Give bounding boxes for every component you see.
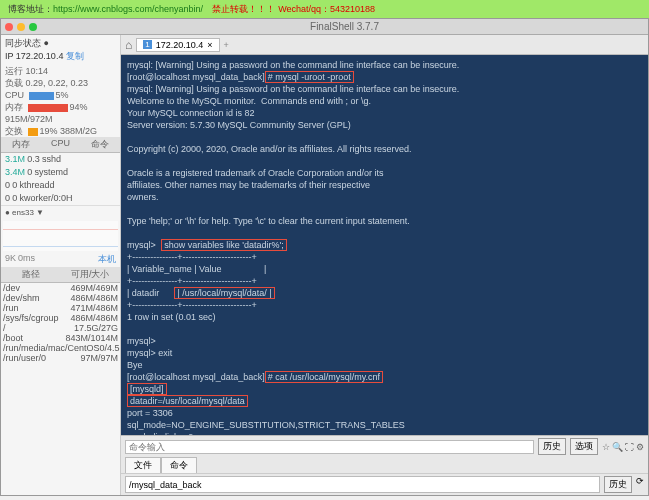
runtime: 运行 10:14	[5, 65, 116, 77]
file-tabs: 文件 命令	[121, 457, 648, 473]
session-tab[interactable]: 1 172.20.10.4 ×	[136, 38, 219, 52]
swap-pct: 19%	[40, 126, 58, 136]
search-icon[interactable]: 🔍	[612, 442, 623, 452]
ip-label: IP 172.20.10.4	[5, 51, 63, 61]
tab-ip: 172.20.10.4	[156, 40, 204, 50]
refresh-icon[interactable]: ⟳	[636, 476, 644, 493]
traffic-graph	[3, 221, 118, 251]
disk-row: /run471M/486M	[3, 303, 118, 313]
cpu-bar	[29, 92, 54, 100]
swap-label: 交换	[5, 126, 23, 136]
sidebar: 同步状态 ● IP 172.20.10.4 复制 运行 10:14 负载 0.2…	[1, 35, 121, 495]
disk-row: /sys/fs/cgroup486M/486M	[3, 313, 118, 323]
nic-select[interactable]: ● ens33 ▼	[1, 205, 120, 219]
proc-cpu: 0.3	[27, 154, 40, 164]
terminal[interactable]: mysql: [Warning] Using a password on the…	[121, 55, 648, 435]
tab-num: 1	[143, 40, 151, 49]
titlebar: FinalShell 3.7.7	[1, 19, 648, 35]
maximize-icon[interactable]	[29, 23, 37, 31]
proc-mem: 0	[5, 193, 10, 203]
proc-mem: 0	[5, 180, 10, 190]
cpu-label: CPU	[5, 90, 24, 100]
gear-icon[interactable]: ⚙	[636, 442, 644, 452]
close-icon[interactable]	[5, 23, 13, 31]
tab-mem[interactable]: 内存	[1, 137, 41, 152]
tab-close-icon[interactable]: ×	[207, 40, 212, 50]
proc-cpu: 0	[12, 193, 17, 203]
hl-datadir-cnf: datadir=/usr/local/mysql/data	[127, 395, 248, 407]
mem-val: 915M/972M	[5, 114, 53, 124]
banner-url: https://www.cnblogs.com/chenyanbin/	[53, 4, 203, 14]
window-title: FinalShell 3.7.7	[45, 21, 644, 32]
disk-path-head: 路径	[1, 267, 61, 282]
proc-mem: 3.4M	[5, 167, 25, 177]
proc-cpu: 0	[27, 167, 32, 177]
tab-cpu[interactable]: CPU	[41, 137, 81, 152]
main-panel: ⌂ 1 172.20.10.4 × + mysql: [Warning] Usi…	[121, 35, 648, 495]
mem-pct: 94%	[70, 102, 88, 112]
hl-datadir-value: | /usr/local/mysql/data/ |	[174, 287, 274, 299]
disk-row: /run/media/mac/CentOS0/4.5G	[3, 343, 118, 353]
banner-warn: 禁止转载！！！	[212, 4, 275, 14]
window-controls	[5, 23, 37, 31]
path-input[interactable]	[125, 476, 600, 493]
hl-cmd-login: # mysql -uroot -proot	[265, 71, 354, 83]
load: 负载 0.29, 0.22, 0.23	[5, 77, 116, 89]
proc-name: systemd	[35, 167, 69, 177]
proc-mem: 3.1M	[5, 154, 25, 164]
banner-wechat-label: Wechat/qq：	[278, 4, 330, 14]
hl-mysqld: [mysqld]	[127, 383, 167, 395]
disk-row: /17.5G/27G	[3, 323, 118, 333]
cpu-pct: 5%	[56, 90, 69, 100]
mem-bar	[28, 104, 68, 112]
proc-name: sshd	[42, 154, 61, 164]
path-history-button[interactable]: 历史	[604, 476, 632, 493]
app-window: FinalShell 3.7.7 同步状态 ● IP 172.20.10.4 复…	[0, 18, 649, 496]
graph-labels: 9K 0ms 本机	[1, 253, 120, 263]
proc-cpu: 0	[12, 180, 17, 190]
command-input[interactable]	[125, 440, 534, 454]
minimize-icon[interactable]	[17, 23, 25, 31]
disk-size-head: 可用/大小	[61, 267, 121, 282]
fullscreen-icon[interactable]: ⛶	[625, 442, 634, 452]
banner: 博客地址：https://www.cnblogs.com/chenyanbin/…	[0, 0, 649, 18]
tab-file[interactable]: 文件	[125, 457, 161, 473]
add-tab-icon[interactable]: +	[224, 40, 229, 50]
proc-name: kthreadd	[20, 180, 55, 190]
copy-link[interactable]: 复制	[66, 51, 84, 61]
history-button[interactable]: 历史	[538, 438, 566, 455]
home-icon[interactable]: ⌂	[125, 38, 132, 52]
options-button[interactable]: 选项	[570, 438, 598, 455]
star-icon[interactable]: ☆	[602, 442, 610, 452]
banner-label: 博客地址：	[8, 4, 53, 14]
swap-bar	[28, 128, 38, 136]
bottom-panel: 历史 选项 ☆ 🔍 ⛶ ⚙ 文件 命令 历史 ⟳	[121, 435, 648, 495]
proc-tabs: 内存 CPU 命令	[1, 137, 120, 153]
banner-wechat: 543210188	[330, 4, 375, 14]
refresh-link[interactable]: 本机	[98, 253, 116, 266]
tab-cmd[interactable]: 命令	[80, 137, 120, 152]
swap-val: 388M/2G	[60, 126, 97, 136]
disk-row: /boot843M/1014M	[3, 333, 118, 343]
sync-status: 同步状态 ●	[5, 37, 116, 50]
tab-bar: ⌂ 1 172.20.10.4 × +	[121, 35, 648, 55]
hl-cmd-cat: # cat /usr/local/mysql/my.cnf	[265, 371, 383, 383]
tab-command[interactable]: 命令	[161, 457, 197, 473]
disk-row: /run/user/097M/97M	[3, 353, 118, 363]
disk-row: /dev/shm486M/486M	[3, 293, 118, 303]
hl-cmd-showvars: show variables like 'datadir%';	[161, 239, 287, 251]
disk-list: /dev469M/469M /dev/shm486M/486M /run471M…	[1, 283, 120, 363]
proc-list: 3.1M 0.3 sshd 3.4M 0 systemd 0 0 kthread…	[1, 153, 120, 205]
proc-name: kworker/0:0H	[20, 193, 73, 203]
mem-label: 内存	[5, 102, 23, 112]
tool-icons: ☆ 🔍 ⛶ ⚙	[602, 442, 644, 452]
disk-row: /dev469M/469M	[3, 283, 118, 293]
